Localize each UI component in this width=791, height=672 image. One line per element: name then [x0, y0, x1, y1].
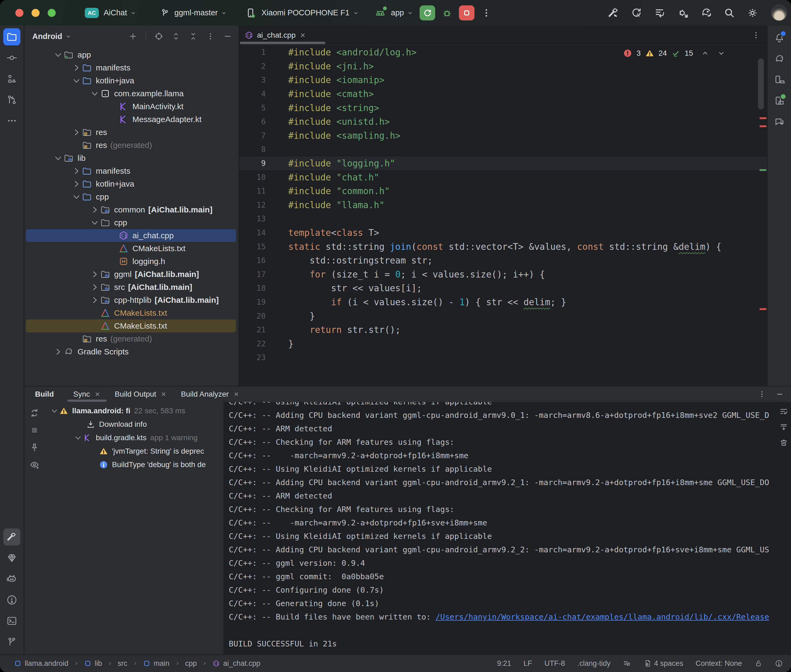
- run-configuration-selector[interactable]: app: [374, 7, 414, 19]
- tree-chevron-icon[interactable]: [71, 127, 82, 138]
- zoom-window-button[interactable]: [48, 9, 56, 17]
- close-tab-icon[interactable]: [299, 32, 306, 39]
- scroll-to-end-icon[interactable]: [779, 422, 788, 432]
- breadcrumb-lib[interactable]: lib: [84, 659, 102, 668]
- code-line-13[interactable]: 13: [239, 212, 767, 226]
- settings-gear-icon[interactable]: [746, 7, 759, 19]
- expand-all-icon[interactable]: [172, 32, 181, 41]
- tool-stripe-more-tools[interactable]: [3, 112, 21, 130]
- stop-square-icon[interactable]: [29, 425, 40, 435]
- breadcrumb-ai-chat-cpp[interactable]: Cai_chat.cpp: [212, 659, 260, 668]
- breadcrumb-cpp[interactable]: cpp: [185, 659, 197, 668]
- locate-icon[interactable]: [154, 32, 164, 41]
- project-tree-item-cmakelists-txt[interactable]: CMakeLists.txt: [26, 320, 236, 332]
- tool-stripe-commit[interactable]: [3, 49, 21, 66]
- code-line-21[interactable]: 21 return str.str();: [239, 323, 767, 337]
- apply-code-changes-icon[interactable]: [654, 7, 666, 19]
- error-stripe-mark[interactable]: [759, 308, 767, 310]
- tool-stripe-terminal[interactable]: [3, 612, 21, 629]
- code-line-5[interactable]: 5#include <string>: [239, 101, 767, 115]
- rerun-button[interactable]: [420, 5, 435, 21]
- code-line-15[interactable]: 15static std::string join(const std::vec…: [239, 240, 767, 254]
- breadcrumb-llama-android[interactable]: llama.android: [14, 659, 68, 668]
- status-item-context-none[interactable]: Context: None: [695, 659, 742, 668]
- device-selector[interactable]: Xiaomi POCOPHONE F1: [245, 7, 359, 19]
- build-tree-item[interactable]: build.gradle.ktsapp 1 warning: [45, 431, 223, 445]
- project-tree-item-kotlin-java[interactable]: kotlin+java: [26, 74, 236, 87]
- close-tab-icon[interactable]: [160, 391, 167, 397]
- debug-bug-icon[interactable]: [441, 7, 453, 19]
- build-console[interactable]: C/C++: -- Using KleidiAI optimized kerne…: [223, 402, 791, 654]
- project-tree-item-cpp[interactable]: cpp: [26, 216, 236, 229]
- status-item--clang-tidy[interactable]: .clang-tidy: [577, 659, 610, 668]
- status-item-utf-8[interactable]: UTF-8: [544, 659, 565, 668]
- tool-stripe-notifications[interactable]: [771, 29, 788, 46]
- tree-chevron-icon[interactable]: [71, 62, 82, 73]
- code-line-12[interactable]: 12#include "llama.h": [239, 198, 767, 212]
- project-tree-item-src[interactable]: src[AiChat.lib.main]: [26, 281, 236, 294]
- tree-chevron-icon[interactable]: [89, 217, 100, 228]
- code-line-10[interactable]: 10#include "chat.h": [239, 170, 767, 184]
- vcs-branch-widget[interactable]: ggml-master: [160, 8, 228, 18]
- tree-chevron-icon[interactable]: [50, 406, 59, 416]
- code-line-6[interactable]: 6#include <unistd.h>: [239, 115, 767, 129]
- gradle-sync-icon[interactable]: [700, 7, 712, 19]
- project-tree-item-res[interactable]: res(generated): [26, 332, 236, 345]
- build-tree-item[interactable]: Download info: [45, 418, 223, 431]
- build-tab-build-output[interactable]: Build Output: [107, 386, 174, 402]
- project-tree-item-logging-h[interactable]: logging.h: [26, 255, 236, 268]
- code-line-16[interactable]: 16 std::ostringstream str;: [239, 254, 767, 267]
- code-line-23[interactable]: 23: [239, 350, 767, 365]
- build-tab-sync[interactable]: Sync: [66, 386, 107, 402]
- clear-all-icon[interactable]: [779, 438, 788, 447]
- tree-chevron-icon[interactable]: [89, 88, 100, 99]
- tool-stripe-ai-assistant[interactable]: [771, 113, 788, 130]
- tool-stripe-project-folder[interactable]: [3, 28, 21, 45]
- status-item-4-spaces[interactable]: 4 spaces: [643, 659, 683, 668]
- hide-panel-icon[interactable]: [775, 390, 784, 398]
- change-stripe-mark[interactable]: [759, 169, 767, 171]
- build-tab-build-analyzer[interactable]: Build Analyzer: [174, 386, 246, 402]
- tree-chevron-icon[interactable]: [71, 192, 82, 202]
- inspections-widget[interactable]: 3 24 15: [623, 49, 725, 58]
- breadcrumb-main[interactable]: main: [143, 659, 170, 668]
- stop-button[interactable]: [459, 5, 475, 21]
- status-item-lf[interactable]: LF: [523, 659, 532, 668]
- tree-chevron-icon[interactable]: [71, 179, 82, 189]
- code-line-4[interactable]: 4#include <cmath>: [239, 87, 767, 101]
- apply-changes-restart-icon[interactable]: A: [631, 7, 643, 19]
- status-item-lock-open[interactable]: [754, 659, 762, 667]
- search-everywhere-icon[interactable]: [723, 7, 736, 19]
- project-tree-item-kotlin-java[interactable]: kotlin+java: [26, 178, 236, 190]
- next-problem-icon[interactable]: [717, 49, 725, 57]
- project-tree-item-cpp[interactable]: cpp: [26, 190, 236, 203]
- pin-icon[interactable]: [29, 442, 40, 453]
- minimize-window-button[interactable]: [32, 9, 40, 17]
- code-line-19[interactable]: 19 if (i < values.size() - 1) { str << d…: [239, 295, 767, 309]
- code-editor[interactable]: 1#include <android/log.h>2#include <jni.…: [239, 45, 767, 386]
- tool-stripe-build-hammer[interactable]: [3, 528, 21, 546]
- code-line-11[interactable]: 11#include "common.h": [239, 184, 767, 198]
- editor-options-kebab-icon[interactable]: [751, 30, 761, 40]
- user-avatar[interactable]: [771, 5, 787, 21]
- breadcrumb-src[interactable]: src: [118, 659, 127, 668]
- tree-chevron-icon[interactable]: [53, 153, 64, 163]
- build-options-kebab-icon[interactable]: [757, 390, 766, 398]
- project-tree-item-res[interactable]: res: [26, 126, 236, 139]
- options-icon[interactable]: [206, 32, 215, 41]
- error-stripe-mark[interactable]: [759, 125, 767, 127]
- project-tree-item-manifests[interactable]: manifests: [26, 165, 236, 178]
- project-tree-item-res[interactable]: res(generated): [26, 139, 236, 152]
- project-view-selector[interactable]: Android: [32, 32, 62, 41]
- close-tab-icon[interactable]: [233, 391, 239, 397]
- tree-chevron-icon[interactable]: [89, 204, 100, 215]
- status-item-highlighting[interactable]: [623, 659, 631, 667]
- error-stripe-mark[interactable]: [759, 117, 767, 119]
- tool-stripe-problems[interactable]: [3, 591, 21, 608]
- project-name[interactable]: AiChat: [104, 8, 127, 17]
- project-tree-item-app[interactable]: app: [26, 48, 236, 61]
- editor-scrollbar-thumb[interactable]: [758, 58, 764, 109]
- code-line-22[interactable]: 22}: [239, 337, 767, 350]
- build-tree-item[interactable]: BuildType 'debug' is both de: [45, 458, 223, 471]
- project-tree-item-manifests[interactable]: manifests: [26, 61, 236, 74]
